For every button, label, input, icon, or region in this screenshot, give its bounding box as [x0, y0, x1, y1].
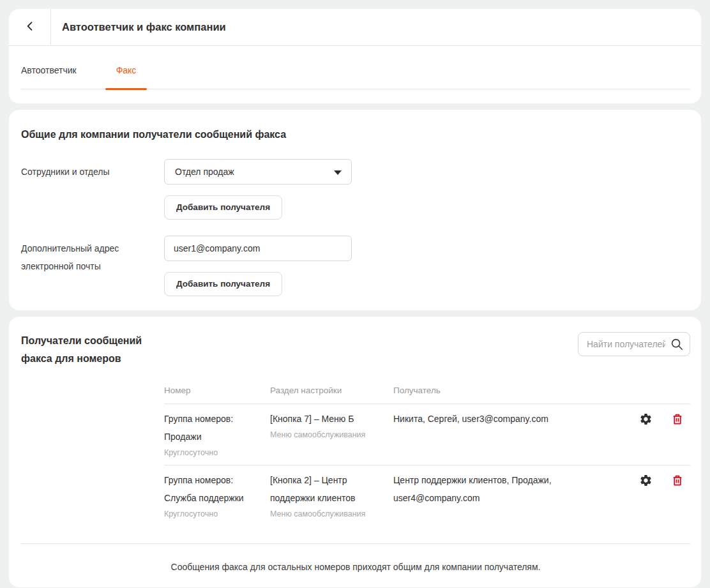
trash-icon — [671, 479, 684, 489]
email-label: Дополнительный адрес электронной почты — [21, 236, 164, 296]
employees-select-value: Отдел продаж — [175, 167, 234, 177]
footer-note: Сообщения факса для остальных номеров пр… — [21, 544, 690, 572]
tab-bar: Автоответчик Факс — [21, 46, 690, 89]
add-email-recipient-button[interactable]: Добавить получателя — [164, 272, 282, 296]
general-recipients-card: Общие для компании получатели сообщений … — [9, 110, 701, 310]
number-cell: Группа номеров: Служба поддержки Круглос… — [164, 471, 270, 521]
delete-button[interactable] — [671, 474, 684, 487]
settings-button[interactable] — [639, 412, 653, 426]
number-recipients-card: Получатели сообщений факса для номеров Н… — [9, 317, 701, 587]
footer-divider: Сообщения факса для остальных номеров пр… — [21, 543, 690, 572]
employees-label: Сотрудники и отделы — [21, 159, 164, 220]
search-box — [578, 332, 690, 356]
column-header-number: Номер — [164, 386, 270, 395]
email-row: Дополнительный адрес электронной почты Д… — [21, 236, 690, 296]
employees-row: Сотрудники и отделы Отдел продаж Добавит… — [21, 159, 690, 220]
trash-icon — [671, 418, 684, 428]
table-header: Номер Раздел настройки Получатель — [164, 378, 690, 404]
settings-button[interactable] — [639, 474, 653, 487]
section-cell: [Кнопка 7] – Меню Б Меню самообслуживани… — [270, 410, 393, 460]
delete-button[interactable] — [671, 412, 684, 426]
header-row: Автоответчик и факс компании — [9, 9, 701, 46]
table-row: Группа номеров: Служба поддержки Круглос… — [164, 465, 690, 526]
column-header-recipient: Получатель — [393, 386, 639, 395]
add-employee-recipient-button[interactable]: Добавить получателя — [164, 195, 282, 220]
recipients-table: Номер Раздел настройки Получатель Группа… — [164, 378, 690, 526]
gear-icon — [639, 479, 653, 489]
recipient-cell: Центр поддержки клиентов, Продажи, user4… — [393, 471, 639, 521]
recipient-cell: Никита, Сергей, user3@company.com — [393, 410, 639, 460]
number-cell: Группа номеров: Продажи Круглосуточно — [164, 410, 270, 460]
table-row: Группа номеров: Продажи Круглосуточно [К… — [164, 404, 690, 465]
chevron-left-icon — [24, 20, 36, 35]
recipients-section-title: Получатели сообщений факса для номеров — [21, 332, 174, 368]
gear-icon — [639, 418, 653, 428]
tab-fax[interactable]: Факс — [116, 65, 137, 75]
search-icon — [670, 337, 684, 354]
header-card: Автоответчик и факс компании Автоответчи… — [9, 9, 701, 103]
tab-autoresponder[interactable]: Автоответчик — [21, 65, 77, 75]
general-section-title: Общие для компании получатели сообщений … — [21, 127, 690, 142]
email-input[interactable] — [164, 236, 352, 261]
employees-select[interactable]: Отдел продаж — [164, 159, 352, 185]
back-button[interactable] — [9, 9, 51, 45]
chevron-down-icon — [334, 170, 342, 175]
section-cell: [Кнопка 2] – Центр поддержки клиентов Ме… — [270, 471, 393, 521]
page-title: Автоответчик и факс компании — [51, 9, 226, 45]
column-header-section: Раздел настройки — [270, 386, 393, 395]
